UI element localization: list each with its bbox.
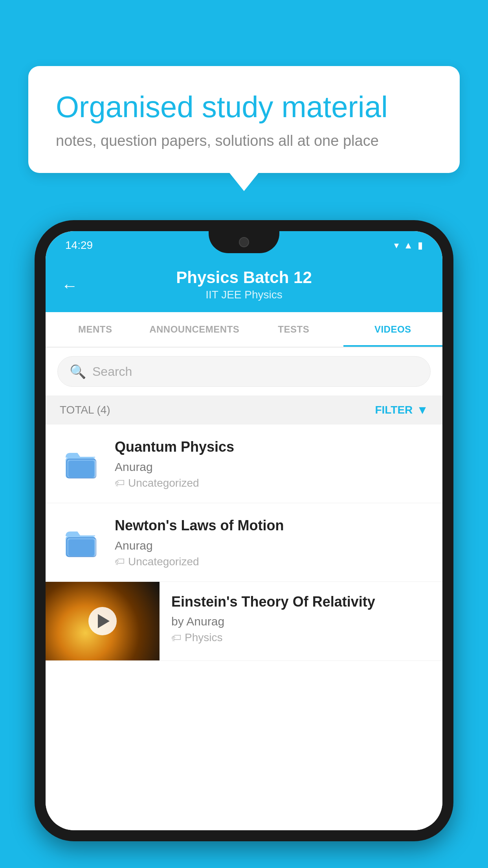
screen-content: 🔍 Search TOTAL (4) FILTER ▼ bbox=[46, 348, 442, 830]
video-list: Quantum Physics Anurag 🏷 Uncategorized bbox=[46, 425, 442, 830]
video-author: Anurag bbox=[115, 539, 428, 552]
tab-announcements[interactable]: ANNOUNCEMENTS bbox=[145, 312, 244, 347]
video-title: Quantum Physics bbox=[115, 438, 428, 456]
tag-icon: 🏷 bbox=[115, 555, 125, 568]
svg-rect-2 bbox=[68, 461, 94, 477]
video-title: Newton's Laws of Motion bbox=[115, 517, 428, 535]
video-tag: 🏷 Physics bbox=[171, 631, 431, 644]
video-title: Einstein's Theory Of Relativity bbox=[171, 593, 431, 611]
bubble-title: Organised study material bbox=[56, 90, 432, 124]
play-button[interactable] bbox=[88, 607, 117, 635]
camera bbox=[239, 237, 249, 247]
phone-screen: 14:29 ▾ ▲ ▮ ← Physics Batch 12 IIT JEE P… bbox=[46, 231, 442, 830]
filter-button[interactable]: FILTER ▼ bbox=[375, 403, 428, 417]
search-placeholder: Search bbox=[92, 364, 132, 379]
video-author: by Anurag bbox=[171, 615, 431, 628]
filter-bar: TOTAL (4) FILTER ▼ bbox=[46, 395, 442, 425]
filter-icon: ▼ bbox=[416, 403, 428, 417]
video-thumbnail bbox=[46, 582, 160, 660]
total-label: TOTAL (4) bbox=[60, 404, 110, 416]
tabs-bar: MENTS ANNOUNCEMENTS TESTS VIDEOS bbox=[46, 312, 442, 348]
status-time: 14:29 bbox=[65, 239, 93, 252]
speech-bubble: Organised study material notes, question… bbox=[28, 66, 460, 173]
search-container: 🔍 Search bbox=[46, 348, 442, 395]
app-subtitle: IIT JEE Physics bbox=[61, 289, 427, 301]
status-bar: 14:29 ▾ ▲ ▮ bbox=[46, 231, 442, 259]
bubble-subtitle: notes, question papers, solutions all at… bbox=[56, 132, 432, 149]
video-author: Anurag bbox=[115, 460, 428, 474]
video-info: Einstein's Theory Of Relativity by Anura… bbox=[160, 582, 442, 655]
battery-icon: ▮ bbox=[418, 240, 423, 251]
search-box[interactable]: 🔍 Search bbox=[57, 356, 431, 387]
list-item[interactable]: Newton's Laws of Motion Anurag 🏷 Uncateg… bbox=[46, 503, 442, 582]
back-button[interactable]: ← bbox=[61, 276, 78, 295]
folder-icon bbox=[64, 446, 99, 481]
tag-label: Physics bbox=[185, 631, 222, 644]
phone-outer: 14:29 ▾ ▲ ▮ ← Physics Batch 12 IIT JEE P… bbox=[35, 220, 453, 841]
svg-rect-6 bbox=[68, 539, 94, 556]
phone-wrapper: 14:29 ▾ ▲ ▮ ← Physics Batch 12 IIT JEE P… bbox=[35, 220, 453, 868]
video-info: Quantum Physics Anurag 🏷 Uncategorized bbox=[115, 438, 428, 489]
notch bbox=[209, 231, 279, 253]
video-tag: 🏷 Uncategorized bbox=[115, 477, 428, 489]
video-info: Newton's Laws of Motion Anurag 🏷 Uncateg… bbox=[115, 517, 428, 568]
list-item[interactable]: Einstein's Theory Of Relativity by Anura… bbox=[46, 582, 442, 661]
folder-icon bbox=[64, 524, 99, 560]
tab-tests[interactable]: TESTS bbox=[244, 312, 343, 347]
status-icons: ▾ ▲ ▮ bbox=[394, 240, 423, 251]
folder-thumbnail bbox=[60, 442, 103, 485]
search-icon: 🔍 bbox=[70, 364, 86, 379]
tab-videos[interactable]: VIDEOS bbox=[343, 312, 443, 347]
app-title: Physics Batch 12 bbox=[61, 268, 427, 287]
tag-label: Uncategorized bbox=[128, 555, 199, 568]
list-item[interactable]: Quantum Physics Anurag 🏷 Uncategorized bbox=[46, 425, 442, 503]
folder-thumbnail bbox=[60, 520, 103, 564]
tab-ments[interactable]: MENTS bbox=[46, 312, 145, 347]
tag-icon: 🏷 bbox=[115, 477, 125, 489]
play-icon bbox=[98, 614, 110, 628]
filter-label: FILTER bbox=[375, 404, 413, 416]
video-tag: 🏷 Uncategorized bbox=[115, 555, 428, 568]
tag-label: Uncategorized bbox=[128, 477, 199, 489]
app-header: ← Physics Batch 12 IIT JEE Physics bbox=[46, 259, 442, 312]
wifi-icon: ▾ bbox=[394, 240, 399, 251]
signal-icon: ▲ bbox=[404, 240, 413, 251]
tag-icon: 🏷 bbox=[171, 632, 182, 644]
